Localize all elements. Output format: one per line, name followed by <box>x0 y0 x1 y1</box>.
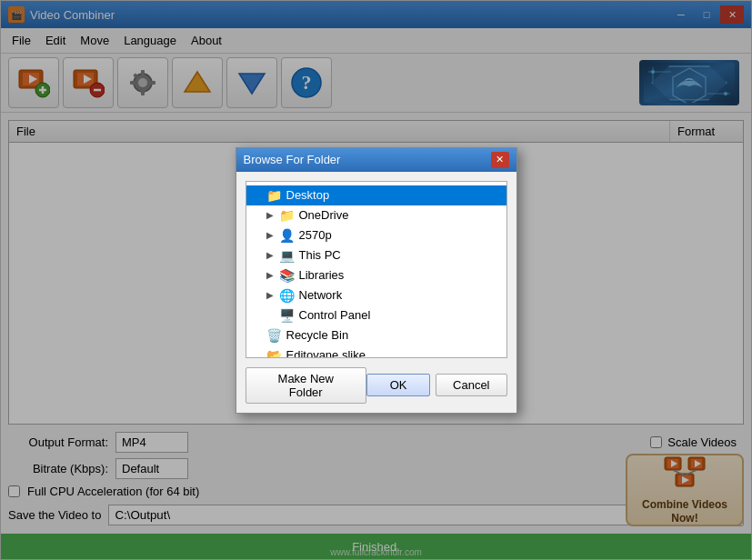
tree-item-editovane[interactable]: 📂 Editovane slike <box>246 345 506 358</box>
tree-item-libraries[interactable]: ▶ 📚 Libraries <box>246 265 506 285</box>
make-new-folder-button[interactable]: Make New Folder <box>246 367 367 404</box>
user-icon: 👤 <box>279 228 296 243</box>
main-window: 🎬 Video Combiner ─ □ ✕ File Edit Move La… <box>0 0 752 560</box>
chevron-right-icon: ▶ <box>266 210 279 220</box>
chevron-right-icon: ▶ <box>266 230 279 240</box>
recycle-bin-icon: 🗑️ <box>266 328 283 343</box>
modal-overlay: Browse For Folder ✕ 📁 Desktop <box>1 1 751 559</box>
modal-buttons: Make New Folder OK Cancel <box>246 367 507 404</box>
tree-item-2570p[interactable]: ▶ 👤 2570p <box>246 225 506 245</box>
cancel-button[interactable]: Cancel <box>436 374 506 396</box>
tree-item-label: Libraries <box>299 268 345 282</box>
folder-icon: 📁 <box>266 188 283 203</box>
browse-folder-dialog: Browse For Folder ✕ 📁 Desktop <box>236 147 517 414</box>
folder-icon: 📁 <box>279 208 296 223</box>
tree-item-label: This PC <box>299 248 341 262</box>
chevron-right-icon: ▶ <box>266 290 279 300</box>
control-panel-icon: 🖥️ <box>279 308 296 323</box>
tree-item-label: Network <box>299 288 343 302</box>
network-icon: 🌐 <box>279 288 296 303</box>
folder-icon: 📂 <box>266 348 283 358</box>
chevron-right-icon: ▶ <box>266 250 279 260</box>
tree-item-label: 2570p <box>299 228 332 242</box>
chevron-right-icon: ▶ <box>266 270 279 280</box>
tree-item-network[interactable]: ▶ 🌐 Network <box>246 285 506 305</box>
tree-item-label: Editovane slike <box>286 348 366 358</box>
tree-item-label: OneDrive <box>299 208 349 222</box>
modal-title-bar: Browse For Folder ✕ <box>236 148 516 172</box>
tree-item-label: Control Panel <box>299 308 371 322</box>
modal-close-button[interactable]: ✕ <box>491 152 509 168</box>
tree-item-label: Recycle Bin <box>286 328 349 342</box>
folder-tree[interactable]: 📁 Desktop ▶ 📁 OneDrive ▶ 👤 <box>246 181 507 358</box>
tree-item-label: Desktop <box>286 188 330 202</box>
modal-body: 📁 Desktop ▶ 📁 OneDrive ▶ 👤 <box>236 172 516 413</box>
tree-item-desktop[interactable]: 📁 Desktop <box>246 185 506 205</box>
modal-title: Browse For Folder <box>244 153 341 166</box>
ok-button[interactable]: OK <box>366 374 430 396</box>
library-icon: 📚 <box>279 268 296 283</box>
tree-item-thispc[interactable]: ▶ 💻 This PC <box>246 245 506 265</box>
tree-item-recycle-bin[interactable]: 🗑️ Recycle Bin <box>246 325 506 345</box>
computer-icon: 💻 <box>279 248 296 263</box>
tree-item-control-panel[interactable]: 🖥️ Control Panel <box>246 305 506 325</box>
tree-item-onedrive[interactable]: ▶ 📁 OneDrive <box>246 205 506 225</box>
